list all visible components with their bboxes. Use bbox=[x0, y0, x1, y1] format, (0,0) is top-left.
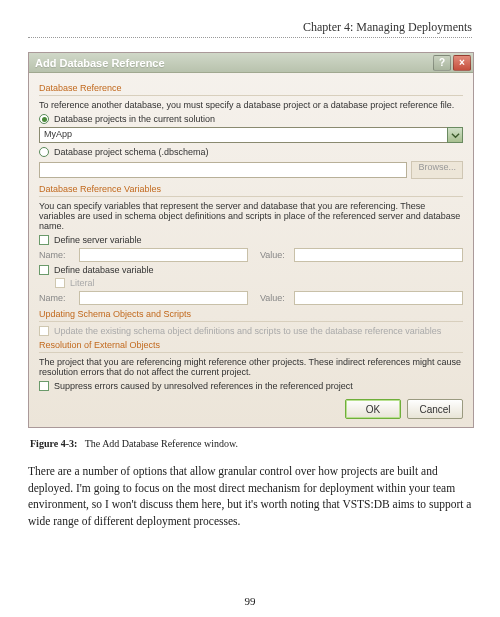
section-variables: Database Reference Variables bbox=[39, 184, 463, 194]
body-paragraph: There are a number of options that allow… bbox=[28, 463, 472, 530]
divider bbox=[39, 321, 463, 322]
section-updating: Updating Schema Objects and Scripts bbox=[39, 309, 463, 319]
section-resolution: Resolution of External Objects bbox=[39, 340, 463, 350]
project-combo-value: MyApp bbox=[39, 127, 447, 143]
checkbox-update-schema bbox=[39, 326, 49, 336]
figure-label: Figure 4-3: bbox=[30, 438, 77, 449]
checkbox-define-server-variable-label: Define server variable bbox=[54, 235, 142, 245]
add-database-reference-dialog: Add Database Reference ? × Database Refe… bbox=[28, 52, 474, 428]
browse-button[interactable]: Browse... bbox=[411, 161, 463, 179]
db-value-input[interactable] bbox=[294, 291, 463, 305]
dbref-instruction: To reference another database, you must … bbox=[39, 100, 463, 110]
server-name-input[interactable] bbox=[79, 248, 248, 262]
radio-projects-in-solution-label: Database projects in the current solutio… bbox=[54, 114, 215, 124]
checkbox-define-database-variable-label: Define database variable bbox=[54, 265, 154, 275]
db-name-input[interactable] bbox=[79, 291, 248, 305]
server-value-label: Value: bbox=[254, 250, 288, 260]
close-button[interactable]: × bbox=[453, 55, 471, 71]
section-database-reference: Database Reference bbox=[39, 83, 463, 93]
server-value-input[interactable] bbox=[294, 248, 463, 262]
divider bbox=[28, 37, 472, 38]
help-button[interactable]: ? bbox=[433, 55, 451, 71]
chapter-title: Chapter 4: Managing Deployments bbox=[28, 20, 472, 35]
dialog-titlebar: Add Database Reference ? × bbox=[29, 53, 473, 73]
dialog-title: Add Database Reference bbox=[35, 57, 165, 69]
db-name-label: Name: bbox=[39, 293, 73, 303]
cancel-button[interactable]: Cancel bbox=[407, 399, 463, 419]
checkbox-literal-label: Literal bbox=[70, 278, 95, 288]
project-combo[interactable]: MyApp bbox=[39, 127, 463, 143]
divider bbox=[39, 352, 463, 353]
checkbox-suppress-errors-label: Suppress errors caused by unresolved ref… bbox=[54, 381, 353, 391]
resolution-desc: The project that you are referencing mig… bbox=[39, 357, 463, 377]
figure-caption: Figure 4-3: The Add Database Reference w… bbox=[30, 438, 472, 449]
checkbox-literal bbox=[55, 278, 65, 288]
checkbox-suppress-errors[interactable] bbox=[39, 381, 49, 391]
chevron-down-icon[interactable] bbox=[447, 127, 463, 143]
ok-button[interactable]: OK bbox=[345, 399, 401, 419]
divider bbox=[39, 196, 463, 197]
checkbox-define-database-variable[interactable] bbox=[39, 265, 49, 275]
dbschema-path-input[interactable] bbox=[39, 162, 407, 178]
radio-projects-in-solution[interactable] bbox=[39, 114, 49, 124]
checkbox-update-schema-label: Update the existing schema object defini… bbox=[54, 326, 441, 336]
variables-desc: You can specify variables that represent… bbox=[39, 201, 463, 231]
radio-dbschema-label: Database project schema (.dbschema) bbox=[54, 147, 209, 157]
server-name-label: Name: bbox=[39, 250, 73, 260]
checkbox-define-server-variable[interactable] bbox=[39, 235, 49, 245]
db-value-label: Value: bbox=[254, 293, 288, 303]
divider bbox=[39, 95, 463, 96]
radio-dbschema[interactable] bbox=[39, 147, 49, 157]
page-number: 99 bbox=[0, 595, 500, 607]
figure-caption-text: The Add Database Reference window. bbox=[85, 438, 238, 449]
